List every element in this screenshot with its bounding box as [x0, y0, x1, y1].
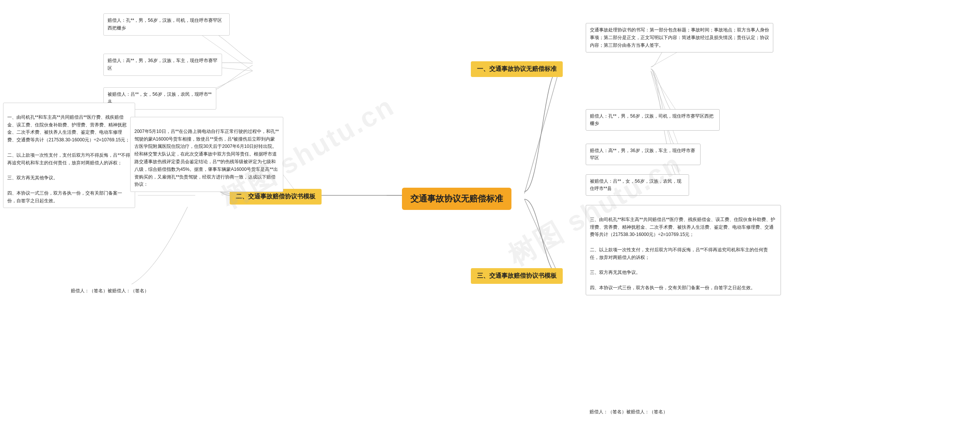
- right-sign: 赔偿人：（签名）被赔偿人：（签名）: [586, 405, 708, 419]
- svg-line-0: [524, 71, 559, 193]
- right-description-block: 交通事故处理协议书的书写：第一部分包含标题；事故时间；事故地点；双方当事人身份事…: [586, 23, 773, 52]
- right-detail-block: 三、由司机孔**和车主高**共同赔偿吕**医疗费、残疾赔偿金、误工费、住院伙食补…: [586, 205, 781, 295]
- l1-node-3[interactable]: 三、交通事故赔偿协议书模板: [471, 268, 563, 284]
- center-node: 交通事故协议无赔偿标准: [402, 188, 511, 210]
- top-person-2: 赔偿人：高**，男，36岁，汉族，车主，现住呼市赛罕区: [103, 54, 222, 76]
- right-person-1: 赔偿人：孔**，男，56岁，汉族，司机，现住呼市赛罕区西把栅乡: [586, 109, 720, 131]
- right-person-3: 被赔偿人：吕**，女，56岁，汉族，农民，现住呼市**县: [586, 174, 689, 196]
- top-person-1: 赔偿人：孔**，男，56岁，汉族，司机，现住呼市赛罕区西把栅乡: [103, 13, 230, 36]
- l1-node-1[interactable]: 一、交通事故协议无赔偿标准: [471, 61, 563, 77]
- right-person-2: 赔偿人：高**，男，36岁，汉族，车主，现住呼市赛罕区: [586, 144, 701, 165]
- left-sign: 赔偿人：（签名）被赔偿人：（签名）: [67, 284, 182, 298]
- canvas: 树图 shutu.cn 树图 shutu.cn 交通事故协议无赔偿标准 一、交通…: [0, 0, 980, 434]
- svg-line-2: [524, 199, 559, 276]
- center-story-block: 2007年5月10日，吕**在公路上骑电动自行车正常行驶的过程中，和孔**驾驶的…: [130, 117, 283, 192]
- left-main-text: 一、由司机孔**和车主高**共同赔偿吕**医疗费、残疾赔偿金、误工费、住院伙食补…: [3, 103, 135, 208]
